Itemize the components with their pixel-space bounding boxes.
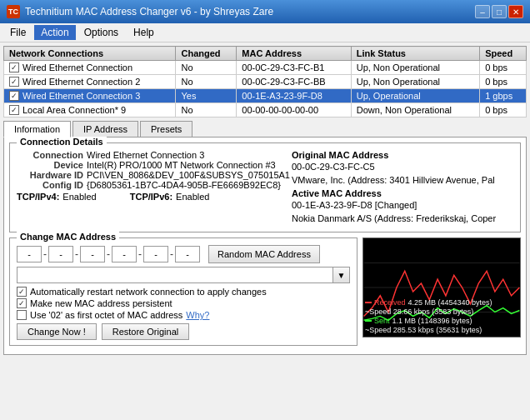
mac-field-4[interactable] — [112, 246, 137, 262]
checkbox-auto-restart-label: Automatically restart network connection… — [30, 287, 267, 297]
tcpipv6-value: Enabled — [176, 192, 209, 202]
table-row[interactable]: Wired Ethernet Connection 3 Yes 00-1E-A3… — [4, 89, 527, 103]
device-row: Device Intel(R) PRO/1000 MT Network Conn… — [17, 160, 290, 170]
row3-speed: 1 gbps — [480, 89, 527, 103]
row1-mac: 00-0C-29-C3-FC-B1 — [237, 61, 351, 75]
legend-sent-row: Sent 1.1 MB (1148396 bytes) — [365, 317, 492, 325]
received-dot — [365, 302, 372, 303]
group-title: Connection Details — [17, 137, 107, 147]
menu-action[interactable]: Action — [34, 25, 75, 40]
row2-changed: No — [176, 75, 237, 89]
menu-help[interactable]: Help — [127, 25, 161, 40]
app-icon: TC — [7, 5, 20, 18]
original-mac-line1: 00-0C-29-C3-FC-C5 — [292, 162, 513, 172]
table-row[interactable]: Wired Ethernet Connection No 00-0C-29-C3… — [4, 61, 527, 75]
active-mac-title: Active MAC Address — [292, 188, 513, 198]
row3-changed: Yes — [176, 89, 237, 103]
row1-changed: No — [176, 61, 237, 75]
row2-speed: 0 bps — [480, 75, 527, 89]
row1-checkbox[interactable] — [9, 62, 19, 72]
graph-legend: Received 4.25 MB (4454340 bytes) ~Speed … — [365, 298, 492, 335]
config-value: {D6805361-1B7C-4DA4-905B-FE6669B92EC8} — [87, 180, 281, 190]
active-mac-line2: Nokia Danmark A/S (Address: Frederikskaj… — [292, 213, 513, 223]
mac-field-5[interactable] — [143, 246, 168, 262]
tcpipv4: TCP/IPv4: Enabled — [17, 192, 97, 202]
row2-checkbox[interactable] — [9, 77, 19, 87]
dropdown-arrow-icon[interactable]: ▼ — [333, 267, 350, 283]
tab-bar: Information IP Address Presets — [3, 121, 527, 138]
row4-name: Local Area Connection* 9 — [4, 103, 176, 118]
mac-dropdown-field[interactable] — [17, 267, 333, 283]
col-network-connections: Network Connections — [4, 47, 176, 61]
tab-ip-address[interactable]: IP Address — [72, 121, 138, 137]
mac-inputs: - - - - - Random MAC Address — [17, 245, 350, 263]
checkbox-persistent-label: Make new MAC address persistent — [30, 298, 172, 308]
menu-file[interactable]: File — [3, 25, 32, 40]
right-details: Original MAC Address 00-0C-29-C3-FC-C5 V… — [292, 150, 513, 227]
network-graph: Received 4.25 MB (4454340 bytes) ~Speed … — [362, 238, 521, 338]
checkbox-persistent[interactable] — [17, 298, 27, 308]
col-speed: Speed — [480, 47, 527, 61]
dropdown-row: ▼ — [17, 267, 350, 283]
change-mac-group: Change MAC Address - - - - - Random MAC — [9, 238, 358, 346]
mac-field-6[interactable] — [175, 246, 200, 262]
checkbox-row-3: Use '02' as first octet of MAC address W… — [17, 310, 350, 320]
row3-mac: 00-1E-A3-23-9F-D8 — [237, 89, 351, 103]
row4-checkbox[interactable] — [9, 105, 19, 115]
legend-sent-speed-row: ~Speed 285.53 kbps (35631 bytes) — [365, 326, 492, 334]
col-changed: Changed — [176, 47, 237, 61]
title-text: Technitium MAC Address Changer v6 - by S… — [25, 6, 273, 18]
mac-field-3[interactable] — [80, 246, 105, 262]
row4-mac: 00-00-00-00-00-00 — [237, 103, 351, 118]
mac-sep-4: - — [138, 248, 142, 260]
hardware-row: Hardware ID PCI\VEN_8086&DEV_100F&SUBSYS… — [17, 170, 290, 180]
table-row[interactable]: Wired Ethernet Connection 2 No 00-0C-29-… — [4, 75, 527, 89]
bottom-section: Change MAC Address - - - - - Random MAC — [9, 238, 521, 349]
menu-bar: File Action Options Help — [0, 23, 530, 42]
mac-sep-2: - — [75, 248, 78, 260]
mac-sep-3: - — [107, 248, 110, 260]
tcpipv4-label: TCP/IPv4: — [17, 192, 59, 202]
title-bar-left: TC Technitium MAC Address Changer v6 - b… — [7, 5, 273, 18]
tcpipv6: TCP/IPv6: Enabled — [130, 192, 210, 202]
close-button[interactable]: ✕ — [508, 5, 523, 18]
received-label: Received — [374, 298, 406, 307]
change-mac-title: Change MAC Address — [17, 232, 119, 242]
legend-received-speed-row: ~Speed 28.66 kbps (3583 bytes) — [365, 308, 492, 316]
original-mac-title: Original MAC Address — [292, 150, 513, 160]
row3-checkbox[interactable] — [9, 91, 19, 101]
hardware-value: PCI\VEN_8086&DEV_100F&SUBSYS_075015A1 — [87, 170, 290, 180]
table-row[interactable]: Local Area Connection* 9 No 00-00-00-00-… — [4, 103, 527, 118]
row4-status: Down, Non Operational — [351, 103, 479, 118]
tab-presets[interactable]: Presets — [140, 121, 192, 137]
main-content: Network Connections Changed MAC Address … — [0, 42, 530, 358]
row4-changed: No — [176, 103, 237, 118]
checkbox-row-2: Make new MAC address persistent — [17, 298, 350, 308]
connection-value: Wired Ethernet Connection 3 — [87, 150, 204, 160]
mac-field-1[interactable] — [17, 246, 42, 262]
table-header-row: Network Connections Changed MAC Address … — [4, 47, 527, 61]
title-controls[interactable]: – □ ✕ — [475, 5, 523, 18]
config-row: Config ID {D6805361-1B7C-4DA4-905B-FE666… — [17, 180, 290, 190]
tab-information[interactable]: Information — [3, 121, 71, 138]
row2-status: Up, Non Operational — [351, 75, 479, 89]
menu-options[interactable]: Options — [78, 25, 125, 40]
change-now-button[interactable]: Change Now ! — [17, 323, 97, 340]
checkbox-auto-restart[interactable] — [17, 287, 27, 297]
config-label: Config ID — [17, 180, 83, 190]
received-value: 4.25 MB (4454340 bytes) — [408, 298, 492, 307]
network-table: Network Connections Changed MAC Address … — [3, 46, 527, 118]
restore-original-button[interactable]: Restore Original — [102, 323, 189, 340]
connection-details: Connection Wired Ethernet Connection 3 D… — [17, 150, 513, 227]
mac-field-2[interactable] — [48, 246, 73, 262]
minimize-button[interactable]: – — [475, 5, 490, 18]
checkbox-use-02[interactable] — [17, 310, 27, 320]
why-link[interactable]: Why? — [186, 310, 209, 320]
checkbox-use-02-label: Use '02' as first octet of MAC address — [30, 310, 182, 320]
maximize-button[interactable]: □ — [492, 5, 507, 18]
row3-name: Wired Ethernet Connection 3 — [4, 89, 176, 103]
connection-label: Connection — [17, 150, 83, 160]
action-buttons: Change Now ! Restore Original — [17, 323, 350, 340]
random-mac-button[interactable]: Random MAC Address — [208, 245, 320, 263]
row1-name: Wired Ethernet Connection — [4, 61, 176, 75]
